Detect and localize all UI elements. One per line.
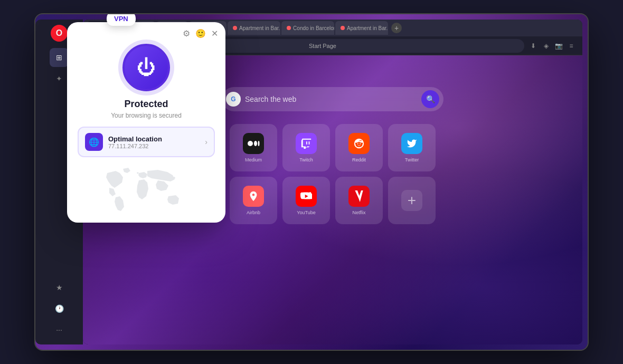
speed-dial-grid: Medium Twitch Reddit xyxy=(230,124,436,224)
power-icon: ⏻ xyxy=(137,56,156,79)
dial-item-youtube[interactable]: YouTube xyxy=(282,177,330,224)
sidebar-icon-tabs[interactable]: ⊞ xyxy=(50,48,69,67)
dial-item-add[interactable]: + xyxy=(388,177,436,224)
location-ip: 77.111.247.232 xyxy=(108,143,200,149)
dial-item-airbnb[interactable]: Airbnb xyxy=(230,177,277,224)
dial-item-medium[interactable]: Medium xyxy=(230,124,277,171)
location-name: Optimal location xyxy=(108,135,200,143)
twitch-label: Twitch xyxy=(299,157,313,162)
airbnb-label: Airbnb xyxy=(247,210,260,215)
wallet-icon[interactable]: ◈ xyxy=(541,41,551,51)
chevron-right-icon: › xyxy=(205,138,207,146)
tab-label: Condo in Barcelon... xyxy=(293,25,334,31)
tab-apartment1[interactable]: Apartment in Bar... xyxy=(228,21,280,35)
world-map xyxy=(67,165,225,223)
twitter-icon xyxy=(401,133,422,154)
svg-point-5 xyxy=(360,143,361,145)
search-button[interactable]: 🔍 xyxy=(421,90,439,108)
svg-point-1 xyxy=(254,141,257,146)
opera-logo[interactable]: O xyxy=(51,25,68,42)
svg-point-0 xyxy=(248,141,253,146)
tab-apartment2[interactable]: Apartment in Bar... xyxy=(335,21,388,35)
vpn-status-subtitle: Your browsing is secured xyxy=(111,112,182,119)
svg-point-4 xyxy=(357,143,358,145)
sidebar-icon-history[interactable]: 🕐 xyxy=(50,299,69,318)
tab-label: Apartment in Bar... xyxy=(239,25,280,31)
youtube-icon xyxy=(296,186,317,207)
dial-item-reddit[interactable]: Reddit xyxy=(335,124,383,171)
sidebar-icon-more[interactable]: ··· xyxy=(50,320,69,339)
menu-icon[interactable]: ≡ xyxy=(567,41,576,51)
popup-header: ⚙ 🙂 ✕ xyxy=(67,22,225,39)
airbnb-icon xyxy=(243,186,264,207)
google-logo: G xyxy=(226,92,241,107)
settings-icon[interactable]: ⚙ xyxy=(183,28,190,39)
new-tab-button[interactable]: + xyxy=(391,23,402,33)
location-text: Optimal location 77.111.247.232 xyxy=(108,135,200,149)
address-text: Start Page xyxy=(309,43,336,49)
laptop-shell: O ⊞ ✦ ★ 🕐 ··· Sta... Pinterest xyxy=(34,13,589,351)
popup-body: ⏻ Protected Your browsing is secured 🌐 O… xyxy=(67,39,225,165)
reddit-icon xyxy=(348,133,370,154)
twitter-label: Twitter xyxy=(405,157,419,162)
location-row[interactable]: 🌐 Optimal location 77.111.247.232 › xyxy=(78,127,215,157)
world-map-svg xyxy=(72,165,220,217)
sidebar-icon-extensions[interactable]: ✦ xyxy=(50,69,69,88)
svg-point-2 xyxy=(258,141,260,146)
add-icon: + xyxy=(401,190,422,211)
dial-item-twitter[interactable]: Twitter xyxy=(388,124,436,171)
vpn-popup: ⚙ 🙂 ✕ ⏻ Protected Your browsing is secur… xyxy=(67,22,225,223)
twitch-icon xyxy=(296,133,317,154)
reddit-label: Reddit xyxy=(352,157,366,162)
youtube-label: YouTube xyxy=(297,210,315,215)
dial-item-twitch[interactable]: Twitch xyxy=(282,124,330,171)
nav-icons-right: ⬇ ◈ 📷 ≡ xyxy=(528,41,576,51)
close-icon[interactable]: ✕ xyxy=(211,28,218,39)
camera-icon[interactable]: 📷 xyxy=(554,41,563,51)
dial-item-netflix[interactable]: Netflix xyxy=(335,177,383,224)
globe-icon: 🌐 xyxy=(85,133,103,151)
emoji-icon[interactable]: 🙂 xyxy=(195,28,206,39)
power-button[interactable]: ⏻ xyxy=(122,44,170,91)
tab-condo[interactable]: Condo in Barcelon... xyxy=(281,21,334,35)
sidebar-icon-bookmarks[interactable]: ★ xyxy=(50,278,69,297)
search-container: G Search the web 🔍 xyxy=(222,87,443,111)
vpn-status-title: Protected xyxy=(124,99,168,110)
medium-label: Medium xyxy=(245,157,262,162)
vpn-badge-label: VPN xyxy=(114,15,128,23)
laptop-screen: O ⊞ ✦ ★ 🕐 ··· Sta... Pinterest xyxy=(35,14,588,350)
netflix-icon xyxy=(348,186,370,207)
download-icon[interactable]: ⬇ xyxy=(528,41,538,51)
vpn-badge[interactable]: VPN xyxy=(107,14,136,26)
medium-icon xyxy=(243,133,264,154)
tab-label: Apartment in Bar... xyxy=(347,25,388,31)
search-placeholder: Search the web xyxy=(245,95,417,103)
netflix-label: Netflix xyxy=(352,210,365,215)
search-bar[interactable]: G Search the web 🔍 xyxy=(222,87,443,111)
